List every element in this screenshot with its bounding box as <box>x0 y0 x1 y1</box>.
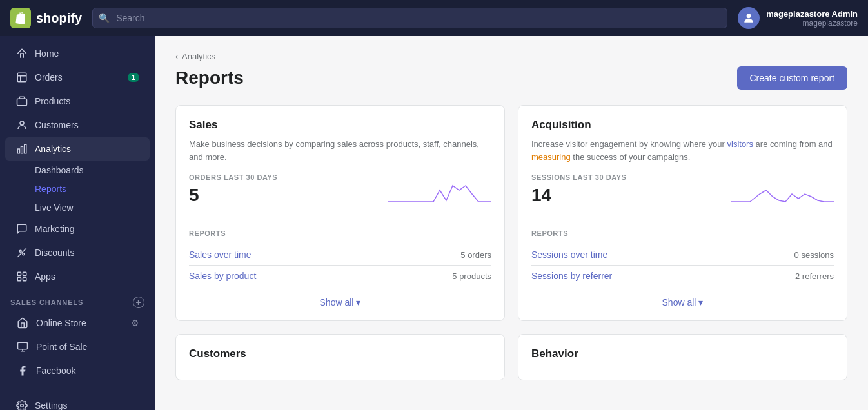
pos-icon <box>15 340 30 354</box>
page-header: Reports Create custom report <box>175 66 847 90</box>
sales-metric-value: 5 <box>189 185 277 206</box>
svg-point-0 <box>747 14 751 18</box>
sidebar-item-reports-label: Reports <box>35 184 66 194</box>
sidebar-item-customers-label: Customers <box>35 120 79 130</box>
add-channel-icon[interactable]: + <box>133 297 144 308</box>
online-store-settings-icon[interactable]: ⚙ <box>131 318 139 328</box>
report-row-sessions-by-referrer: Sessions by referrer 2 referrers <box>531 265 834 286</box>
sessions-over-time-link[interactable]: Sessions over time <box>531 249 607 260</box>
sales-reports-label: REPORTS <box>189 229 491 237</box>
sales-metric-label: ORDERS LAST 30 DAYS <box>189 173 277 181</box>
main-layout: Home Orders 1 Products Customers <box>0 36 868 410</box>
sidebar-item-liveview[interactable]: Live View <box>5 199 150 217</box>
avatar <box>738 7 760 29</box>
acquisition-measuring-highlight: measuring <box>531 152 571 162</box>
acquisition-card-desc: Increase visitor engagement by knowing w… <box>531 138 834 163</box>
facebook-icon <box>15 364 30 378</box>
svg-rect-13 <box>18 342 28 349</box>
behavior-card-title: Behavior <box>531 347 834 360</box>
sidebar-item-discounts[interactable]: Discounts <box>5 241 150 264</box>
sessions-over-time-count: 0 sessions <box>794 250 834 260</box>
sidebar-item-discounts-label: Discounts <box>35 248 74 258</box>
search-input[interactable] <box>92 8 727 28</box>
analytics-icon <box>15 142 28 155</box>
create-custom-report-button[interactable]: Create custom report <box>737 66 848 90</box>
breadcrumb-arrow-icon: ‹ <box>175 52 178 61</box>
sidebar-item-facebook[interactable]: Facebook <box>5 359 150 382</box>
sidebar-item-online-store[interactable]: Online Store ⚙ <box>5 311 150 335</box>
acquisition-card: Acquisition Increase visitor engagement … <box>518 105 847 321</box>
svg-point-7 <box>23 253 25 255</box>
sidebar-item-home-label: Home <box>35 48 59 59</box>
logo-text: shopify <box>36 11 82 26</box>
svg-point-6 <box>19 250 21 252</box>
sidebar-item-apps[interactable]: Apps <box>5 265 150 288</box>
breadcrumb[interactable]: ‹ Analytics <box>175 52 847 61</box>
report-row-sales-over-time: Sales over time 5 orders <box>189 244 491 265</box>
discounts-icon <box>15 246 28 259</box>
acquisition-metric-section: SESSIONS LAST 30 DAYS 14 <box>531 173 834 219</box>
sidebar-item-marketing[interactable]: Marketing <box>5 217 150 240</box>
home-icon <box>15 47 28 60</box>
acquisition-reports-section: REPORTS Sessions over time 0 sessions Se… <box>531 229 834 308</box>
sidebar-item-settings[interactable]: Settings <box>5 394 150 410</box>
orders-badge: 1 <box>128 73 139 82</box>
acquisition-show-all-label: Show all <box>662 297 696 308</box>
sidebar-item-products[interactable]: Products <box>5 90 150 113</box>
sidebar-item-facebook-label: Facebook <box>36 366 75 376</box>
sales-over-time-link[interactable]: Sales over time <box>189 249 251 260</box>
products-icon <box>15 95 28 108</box>
sidebar-item-customers[interactable]: Customers <box>5 113 150 137</box>
shopify-bag-icon <box>10 8 31 28</box>
svg-rect-12 <box>23 278 26 281</box>
sidebar-item-analytics[interactable]: Analytics <box>5 137 150 161</box>
svg-rect-3 <box>17 149 19 153</box>
sidebar-item-orders-label: Orders <box>35 72 63 83</box>
acquisition-metric-label: SESSIONS LAST 30 DAYS <box>531 173 626 181</box>
svg-rect-5 <box>25 144 26 153</box>
user-menu[interactable]: mageplazastore Admin mageplazastore <box>738 7 858 29</box>
sales-card-desc: Make business decisions by comparing sal… <box>189 138 491 163</box>
sidebar-item-dashboards-label: Dashboards <box>35 165 84 175</box>
search-bar[interactable]: 🔍 <box>92 8 727 28</box>
sales-reports-section: REPORTS Sales over time 5 orders Sales b… <box>189 229 491 308</box>
sidebar-item-pos-label: Point of Sale <box>36 342 87 352</box>
acquisition-sparkline <box>731 176 834 208</box>
shopify-logo[interactable]: shopify <box>10 8 82 28</box>
marketing-icon <box>15 222 28 235</box>
reports-grid: Sales Make business decisions by compari… <box>175 105 847 380</box>
svg-rect-1 <box>17 73 26 82</box>
sidebar-item-point-of-sale[interactable]: Point of Sale <box>5 335 150 358</box>
sidebar-item-home[interactable]: Home <box>5 42 150 65</box>
sales-by-product-link[interactable]: Sales by product <box>189 271 256 281</box>
acquisition-visitors-highlight: visitors <box>727 139 753 149</box>
sessions-by-referrer-count: 2 referrers <box>795 271 834 281</box>
sidebar-item-online-store-label: Online Store <box>36 318 86 328</box>
report-row-sessions-over-time: Sessions over time 0 sessions <box>531 244 834 265</box>
sales-show-all-label: Show all <box>320 297 354 308</box>
sales-over-time-count: 5 orders <box>460 250 491 260</box>
channels-section-label: SALES CHANNELS <box>10 298 83 306</box>
svg-point-16 <box>21 404 24 407</box>
sessions-by-referrer-link[interactable]: Sessions by referrer <box>531 271 612 281</box>
sidebar-item-orders[interactable]: Orders 1 <box>5 66 150 89</box>
sales-channels-section: SALES CHANNELS + <box>0 289 155 311</box>
svg-rect-4 <box>21 146 23 153</box>
sidebar-item-dashboards[interactable]: Dashboards <box>5 161 150 179</box>
acquisition-show-all[interactable]: Show all ▾ <box>531 289 834 308</box>
user-name: mageplazastore Admin <box>766 9 858 19</box>
sales-show-all[interactable]: Show all ▾ <box>189 289 491 308</box>
breadcrumb-label: Analytics <box>182 52 215 61</box>
settings-label: Settings <box>35 400 68 410</box>
sales-card-title: Sales <box>189 119 491 132</box>
acquisition-card-title: Acquisition <box>531 119 834 132</box>
svg-rect-11 <box>17 278 21 281</box>
customers-card-title: Customers <box>189 347 491 360</box>
sidebar-item-reports[interactable]: Reports <box>5 180 150 198</box>
sidebar-item-marketing-label: Marketing <box>35 224 74 234</box>
sidebar-item-apps-label: Apps <box>35 271 55 282</box>
main-content: ‹ Analytics Reports Create custom report… <box>155 36 868 410</box>
user-store: mageplazastore <box>766 19 858 28</box>
svg-line-8 <box>17 248 26 257</box>
svg-point-2 <box>20 121 24 125</box>
